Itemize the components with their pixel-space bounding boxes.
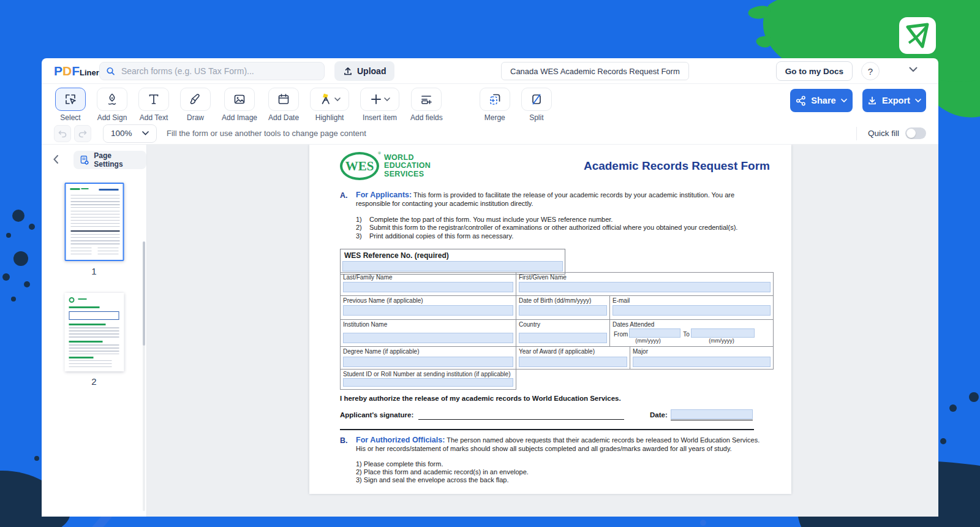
field-label: Country: [516, 320, 609, 328]
brush-icon: [189, 93, 202, 106]
item-text: Complete the top part of this form. You …: [369, 216, 612, 224]
thumb-decor: [69, 360, 111, 368]
section-divider: [340, 429, 754, 430]
thumb-decor: [70, 230, 119, 232]
logo-letter-p: P: [54, 64, 62, 78]
page-settings-label: Page Settings: [94, 151, 140, 169]
dates-from-field[interactable]: [629, 328, 680, 338]
thumb-decor: [70, 211, 119, 228]
tool-insert-item[interactable]: Insert item: [360, 88, 399, 122]
undo-button[interactable]: [54, 125, 71, 142]
page-number-2: 2: [42, 376, 146, 387]
sidebar-collapse-button[interactable]: [53, 154, 59, 164]
thumb-decor: [97, 248, 118, 256]
zoom-select[interactable]: 100%: [103, 124, 157, 143]
share-button[interactable]: Share: [790, 89, 853, 112]
pdf-page: WES ® WORLD EDUCATION SERVICES Academic …: [309, 145, 791, 494]
document-title-box[interactable]: Canada WES Academic Records Request Form: [501, 62, 689, 80]
pdfliner-logo[interactable]: PDFLiner: [54, 64, 99, 78]
cell-student-id: Student ID or Roll Number at sending ins…: [341, 370, 516, 390]
cell-major: Major: [630, 347, 774, 370]
field-label: Degree Name (if applicable): [341, 347, 516, 355]
wes-reference-field[interactable]: [342, 261, 563, 271]
thumb-decor: [78, 298, 86, 300]
upload-button[interactable]: Upload: [334, 61, 394, 81]
document-title: Canada WES Academic Records Request Form: [510, 67, 680, 76]
major-field[interactable]: [633, 357, 771, 367]
tool-add-image[interactable]: Add Image: [222, 88, 257, 122]
page-settings-button[interactable]: Page Settings: [74, 151, 146, 169]
field-label: Student ID or Roll Number at sending ins…: [341, 370, 516, 377]
institution-field[interactable]: [343, 333, 513, 343]
quick-fill-toggle[interactable]: [905, 127, 926, 139]
thumb-decor: [69, 344, 119, 354]
tool-add-date[interactable]: Add Date: [268, 88, 299, 122]
thumb-decor: [69, 306, 99, 308]
field-label: Last/Family Name: [341, 273, 516, 281]
cell-year-award: Year of Award (if applicable): [516, 347, 630, 370]
dates-to-field[interactable]: [691, 328, 755, 338]
chevron-down-icon: [841, 99, 847, 103]
wes-oval-mark: WES ®: [340, 152, 379, 180]
search-input[interactable]: [120, 66, 318, 77]
tool-split[interactable]: Split: [521, 88, 552, 122]
date-field-wrap: [671, 409, 753, 420]
dob-field[interactable]: [519, 305, 607, 316]
year-award-field[interactable]: [519, 357, 627, 367]
tool-draw[interactable]: Draw: [180, 88, 211, 122]
sign-pen-icon: [105, 93, 119, 106]
sub-toolbar: 100% Fill the form or use another tools …: [42, 123, 938, 145]
quick-fill-label: Quick fill: [868, 129, 899, 138]
item-number: 3): [356, 232, 369, 241]
wes-text: WES: [345, 159, 374, 174]
field-label: Major: [630, 347, 773, 355]
export-button[interactable]: Export: [862, 89, 926, 112]
go-to-my-docs-button[interactable]: Go to my Docs: [776, 61, 853, 81]
signature-line[interactable]: [418, 419, 624, 420]
page-thumbnail-1[interactable]: [64, 183, 124, 261]
tool-add-fields[interactable]: Add fields: [410, 88, 443, 122]
section-a: A. For Applicants: This form is provided…: [340, 191, 756, 241]
help-button[interactable]: ?: [861, 62, 880, 80]
plus-icon: [370, 93, 382, 105]
section-a-heading: For Applicants:: [356, 191, 412, 199]
date-field[interactable]: [671, 409, 753, 419]
item-text: Print additional copies of this form as …: [369, 232, 513, 241]
tool-select[interactable]: Select: [55, 88, 86, 122]
form-title: Academic Records Request Form: [584, 159, 770, 173]
email-field[interactable]: [612, 305, 771, 316]
section-b-letter: B.: [340, 436, 356, 484]
country-field[interactable]: [519, 333, 607, 343]
wes-line-2: EDUCATION: [384, 162, 431, 170]
export-label: Export: [882, 96, 910, 105]
chevron-down-icon: [334, 97, 341, 102]
page-number-1: 1: [42, 266, 146, 276]
wes-reference-box: WES Reference No. (required): [340, 249, 565, 275]
cell-dates-attended: Dates Attended From To (mm/yyyy) (mm/yyy…: [610, 320, 774, 347]
chevron-down-icon: [915, 99, 921, 103]
tool-highlight[interactable]: Highlight: [310, 88, 349, 122]
previous-name-field[interactable]: [343, 305, 513, 316]
tool-merge[interactable]: Merge: [480, 88, 510, 122]
tool-add-sign[interactable]: Add Sign: [97, 88, 127, 122]
cell-last-family: Last/Family Name: [341, 273, 516, 296]
page-thumbnail-2[interactable]: [64, 293, 124, 371]
sidebar-scrollbar[interactable]: [143, 241, 145, 511]
section-a-item: 3) Print additional copies of this form …: [356, 232, 756, 241]
student-id-field[interactable]: [343, 378, 513, 387]
pages-sidebar: Page Settings 1: [42, 145, 147, 517]
mm-yyyy-label: (mm/yyyy): [614, 338, 682, 344]
cell-country: Country: [516, 320, 610, 347]
wes-line-1: WORLD: [384, 154, 431, 162]
last-family-field[interactable]: [343, 282, 513, 292]
cell-previous-name: Previous Name (if applicable): [341, 296, 516, 320]
first-given-field[interactable]: [519, 282, 771, 292]
header-collapse-button[interactable]: [909, 67, 918, 72]
degree-field[interactable]: [343, 357, 513, 367]
thumb-decor: [69, 357, 93, 358]
authorization-statement: I hereby authorize the release of my aca…: [340, 395, 621, 402]
tool-add-text[interactable]: Add Text: [138, 88, 169, 122]
field-label: E-mail: [610, 296, 773, 304]
redo-button[interactable]: [74, 125, 91, 142]
signature-label: Applicant's signature:: [340, 411, 413, 419]
